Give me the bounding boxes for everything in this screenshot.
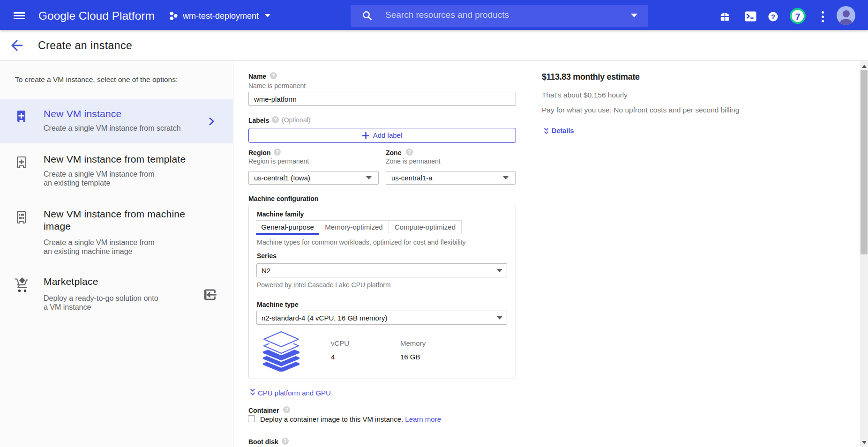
svg-text:?: ? (771, 13, 775, 21)
